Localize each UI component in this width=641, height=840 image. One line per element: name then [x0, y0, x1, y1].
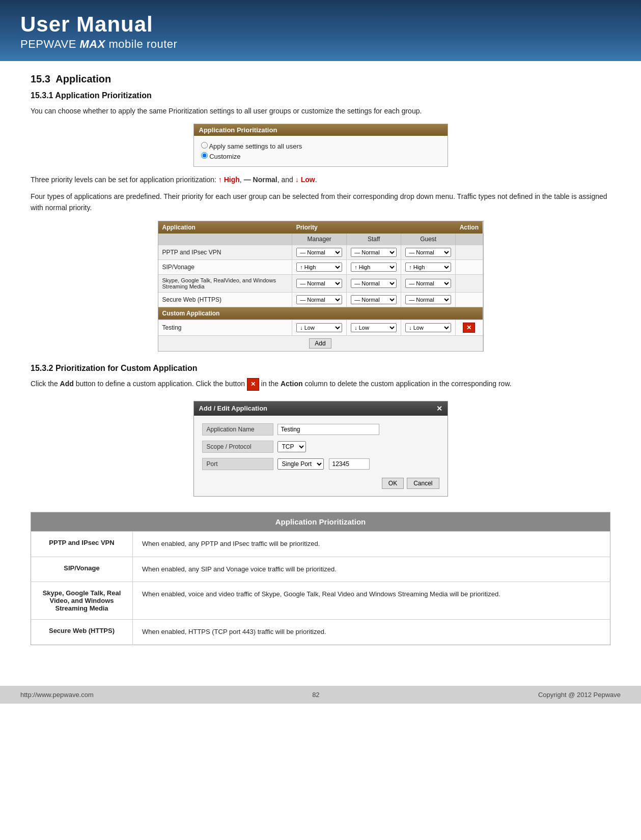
col-staff: Staff: [347, 234, 401, 245]
dialog-close-button[interactable]: ✕: [436, 404, 442, 413]
manager-priority: — Normal ↑ High ↓ Low: [292, 292, 347, 307]
protocol-select[interactable]: TCP UDP IP: [277, 441, 306, 452]
dialog-label-name: Application Name: [202, 423, 273, 436]
manager-select[interactable]: — Normal ↑ High ↓ Low: [296, 323, 342, 332]
staff-select[interactable]: — Normal ↑ High ↓ Low: [351, 248, 397, 257]
dialog-row-port: Port Single Port Port Range: [202, 457, 439, 471]
custom-label: Custom Application: [158, 307, 483, 320]
app-priority-table-wrapper: Application Priority Action Manager Staf…: [158, 221, 484, 352]
desc-sip: When enabled, any SIP and Vonage voice t…: [133, 557, 610, 582]
footer-page-number: 82: [312, 691, 319, 699]
guest-select[interactable]: — Normal ↑ High ↓ Low: [405, 279, 451, 288]
dialog-header: Add / Edit Application ✕: [194, 401, 448, 416]
info-table-header: Application Prioritization: [31, 512, 610, 531]
col-action-empty: [456, 234, 483, 245]
ok-button[interactable]: OK: [382, 478, 404, 489]
manager-select[interactable]: — Normal ↑ High ↓ Low: [296, 279, 342, 288]
app-name-input[interactable]: [277, 424, 379, 435]
app-prioritization-radio-box: Application Prioritization Apply same se…: [193, 124, 448, 167]
cancel-button[interactable]: Cancel: [407, 478, 439, 489]
action-cell: ✕: [456, 320, 483, 335]
header-subtitle: PEPWAVE MAX mobile router: [20, 38, 621, 51]
term-https: Secure Web (HTTPS): [31, 620, 133, 645]
dialog-body: Application Name Scope / Protocol TCP UD…: [194, 416, 448, 496]
table-row: Skype, Google Talk, RealVideo, and Windo…: [158, 274, 483, 292]
footer-url: http://www.pepwave.com: [20, 691, 94, 699]
staff-priority: — Normal ↑ High ↓ Low: [347, 320, 401, 335]
main-content: 15.3 Application 15.3.1 Application Prio…: [0, 61, 641, 665]
radio-box-body: Apply same settings to all users Customi…: [194, 136, 448, 166]
subsection-2-title: 15.3.2 Prioritization for Custom Applica…: [31, 364, 610, 373]
sub2-desc: Click the Add button to define a custom …: [31, 378, 610, 391]
add-row: Add: [158, 335, 483, 351]
col-action: Action: [456, 221, 483, 234]
manager-priority: — Normal ↑ High ↓ Low: [292, 274, 347, 292]
staff-select[interactable]: — Normal ↑ High ↓ Low: [351, 263, 397, 272]
section-heading: Application: [55, 73, 111, 84]
staff-priority: — Normal ↑ High ↓ Low: [347, 292, 401, 307]
app-priority-table: Application Priority Action Manager Staf…: [158, 221, 483, 351]
dialog-row-protocol: Scope / Protocol TCP UDP IP: [202, 440, 439, 453]
manager-select[interactable]: — Normal ↑ High ↓ Low: [296, 248, 342, 257]
radio-apply-all[interactable]: Apply same settings to all users: [201, 142, 440, 150]
staff-priority: — Normal ↑ High ↓ Low: [347, 274, 401, 292]
custom-section-label: Custom Application: [158, 307, 483, 320]
guest-priority: — Normal ↑ High ↓ Low: [401, 292, 456, 307]
staff-priority: — Normal ↑ High ↓ Low: [347, 259, 401, 274]
app-name: PPTP and IPsec VPN: [158, 245, 292, 259]
header-title: User Manual: [20, 12, 621, 37]
guest-select[interactable]: — Normal ↑ High ↓ Low: [405, 323, 451, 332]
port-type-select[interactable]: Single Port Port Range: [277, 458, 324, 470]
port-value-input[interactable]: [329, 458, 370, 470]
guest-select[interactable]: — Normal ↑ High ↓ Low: [405, 263, 451, 272]
page-footer: http://www.pepwave.com 82 Copyright @ 20…: [0, 686, 641, 704]
action-cell: [456, 274, 483, 292]
app-name: SIP/Vonage: [158, 259, 292, 274]
page-header: User Manual PEPWAVE MAX mobile router: [0, 0, 641, 61]
action-x-icon: ✕: [247, 378, 259, 391]
add-cell: Add: [158, 335, 483, 351]
table-row: Secure Web (HTTPS) — Normal ↑ High ↓ Low…: [158, 292, 483, 307]
dialog-title: Add / Edit Application: [199, 404, 268, 412]
term-skype: Skype, Google Talk, Real Video, and Wind…: [31, 582, 133, 620]
manager-priority: — Normal ↑ High ↓ Low: [292, 320, 347, 335]
delete-custom-app-button[interactable]: ✕: [463, 323, 475, 333]
col-guest: Guest: [401, 234, 456, 245]
guest-select[interactable]: — Normal ↑ High ↓ Low: [405, 248, 451, 257]
footer-copyright: Copyright @ 2012 Pepwave: [538, 691, 621, 699]
staff-select[interactable]: — Normal ↑ High ↓ Low: [351, 323, 397, 332]
manager-priority: — Normal ↑ High ↓ Low: [292, 259, 347, 274]
guest-priority: — Normal ↑ High ↓ Low: [401, 245, 456, 259]
guest-priority: — Normal ↑ High ↓ Low: [401, 320, 456, 335]
sub1-desc1: You can choose whether to apply the same…: [31, 105, 610, 117]
add-edit-dialog: Add / Edit Application ✕ Application Nam…: [193, 401, 448, 497]
desc-pptp: When enabled, any PPTP and IPsec traffic…: [133, 531, 610, 557]
dialog-value-name: [273, 423, 439, 436]
desc-https: When enabled, HTTPS (TCP port 443) traff…: [133, 620, 610, 645]
col-app-empty: [158, 234, 292, 245]
term-sip: SIP/Vonage: [31, 557, 133, 582]
header-subtitle-prefix: PEPWAVE: [20, 38, 79, 50]
staff-select[interactable]: — Normal ↑ High ↓ Low: [351, 295, 397, 304]
desc-skype: When enabled, voice and video traffic of…: [133, 582, 610, 620]
guest-select[interactable]: — Normal ↑ High ↓ Low: [405, 295, 451, 304]
radio-customize[interactable]: Customize: [201, 152, 440, 160]
col-manager: Manager: [292, 234, 347, 245]
add-button[interactable]: Add: [309, 338, 331, 349]
sub1-desc3: Four types of applications are predefine…: [31, 191, 610, 214]
guest-priority: — Normal ↑ High ↓ Low: [401, 274, 456, 292]
manager-select[interactable]: — Normal ↑ High ↓ Low: [296, 295, 342, 304]
sub1-desc2: Three priority levels can be set for app…: [31, 174, 610, 185]
info-table: Application Prioritization PPTP and IPse…: [31, 512, 610, 645]
dialog-buttons: OK Cancel: [202, 478, 439, 489]
app-name: Secure Web (HTTPS): [158, 292, 292, 307]
staff-priority: — Normal ↑ High ↓ Low: [347, 245, 401, 259]
info-row: PPTP and IPsec VPN When enabled, any PPT…: [31, 531, 610, 557]
info-row: Secure Web (HTTPS) When enabled, HTTPS (…: [31, 620, 610, 645]
staff-select[interactable]: — Normal ↑ High ↓ Low: [351, 279, 397, 288]
dialog-value-port: Single Port Port Range: [273, 457, 439, 471]
radio-box-header: Application Prioritization: [194, 124, 448, 136]
manager-priority: — Normal ↑ High ↓ Low: [292, 245, 347, 259]
manager-select[interactable]: — Normal ↑ High ↓ Low: [296, 263, 342, 272]
dialog-container: Add / Edit Application ✕ Application Nam…: [193, 401, 448, 497]
